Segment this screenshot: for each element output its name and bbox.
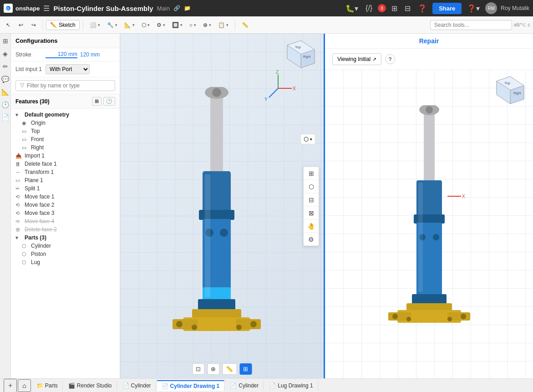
view-tb-btn-3[interactable]: ⊟ xyxy=(304,193,319,206)
zoom-fit-btn[interactable]: ⊡ xyxy=(192,363,204,375)
tree-item-top[interactable]: ▭ Top xyxy=(11,127,120,135)
tab-parts[interactable]: 📁 Parts xyxy=(32,381,63,391)
stroke-input[interactable] xyxy=(46,51,77,58)
view-tb-btn-2[interactable]: ⬡ xyxy=(304,180,319,193)
orient-cube-right[interactable]: Top Right xyxy=(494,74,526,106)
tools3-btn[interactable]: 📐 ▾ xyxy=(121,20,138,30)
apps-btn[interactable]: ⊟ xyxy=(403,3,412,14)
tree-item-piston[interactable]: ⬡ Piston xyxy=(11,250,120,258)
tree-item-moveface2[interactable]: ⟲ Move face 2 xyxy=(11,201,120,209)
undo-btn[interactable]: ↩ xyxy=(15,20,26,30)
tree-label: Delete face 2 xyxy=(25,226,57,233)
debug-btn[interactable]: 🐛▾ xyxy=(344,3,360,14)
feature-action-2[interactable]: 🕐 xyxy=(103,97,115,106)
svg-point-54 xyxy=(176,321,183,327)
tree-item-deleteface2[interactable]: 🗑 Delete face 2 xyxy=(11,225,120,234)
sidebar-icon-sketch[interactable]: ✏ xyxy=(1,62,10,71)
tools9-btn[interactable]: 📋 ▾ xyxy=(215,20,232,30)
zoom-in-btn[interactable]: ⊕ xyxy=(207,363,219,375)
tab-cylinder2[interactable]: 📄 Cylinder xyxy=(225,381,264,391)
tools6-btn[interactable]: 🔲 ▾ xyxy=(169,20,186,30)
tree-item-origin[interactable]: ◉ Origin xyxy=(11,119,120,127)
toolbar: ↖ ↩ ↪ ✏️ Sketch ⬜ ▾ 🔧 ▾ 📐 ▾ ⬡ ▾ ⚙ ▾ 🔲 ▾ … xyxy=(0,16,533,34)
help-circle-btn[interactable]: ❓ xyxy=(416,3,429,14)
orient-cube-left[interactable]: Top Right xyxy=(285,38,317,70)
logo-icon: O xyxy=(4,4,13,13)
sidebar-icon-parts[interactable]: ◈ xyxy=(1,49,10,58)
svg-rect-50 xyxy=(192,309,241,318)
tree-item-moveface1[interactable]: ⟲ Move face 1 xyxy=(11,193,120,201)
tab-cylinder-drawing[interactable]: 📄 Cylinder Drawing 1 xyxy=(157,380,225,391)
view-tb-btn-6[interactable]: ⚙ xyxy=(304,233,319,245)
view-tb-btn-1[interactable]: ⊞ xyxy=(304,167,319,180)
cube-menu-btn[interactable]: ⬡ ▾ xyxy=(300,134,315,144)
tools7-btn[interactable]: ○ ▾ xyxy=(186,20,199,30)
view-tb-btn-4[interactable]: ⊠ xyxy=(304,206,319,219)
collapse-icon: ▾ xyxy=(15,112,23,118)
variable-btn[interactable]: {/} xyxy=(364,3,374,13)
tree-item-moveface4[interactable]: ⟲ Move face 4 xyxy=(11,217,120,225)
sidebar-icon-clock[interactable]: 🕐 xyxy=(1,100,10,109)
svg-rect-49 xyxy=(198,299,235,310)
share-button[interactable]: Share xyxy=(432,3,462,14)
sketch-icon: ✏️ xyxy=(50,22,57,28)
tree-item-plane1[interactable]: ▭ Plane 1 xyxy=(11,176,120,184)
notification-badge[interactable]: 8 xyxy=(378,4,386,12)
view-tb-btn-5[interactable]: 🤚 xyxy=(304,219,319,233)
tree-item-import1[interactable]: 📥 Import 1 xyxy=(11,152,120,160)
redo-btn[interactable]: ↪ xyxy=(28,20,39,30)
folder-icon[interactable]: 📁 xyxy=(184,5,191,11)
tree-item-cylinder[interactable]: ⬡ Cylinder xyxy=(11,242,120,250)
tree-item-lug[interactable]: ⬡ Lug xyxy=(11,258,120,266)
tab-cylinder[interactable]: 📄 Cylinder xyxy=(118,381,156,391)
piston-assembly-right: X xyxy=(384,105,475,369)
feature-action-1[interactable]: ⊞ xyxy=(92,97,102,106)
search-shortcut: alt/⌥ c xyxy=(514,22,530,28)
tree-item-parts[interactable]: ▾ Parts (3) xyxy=(11,234,120,242)
tools2-btn[interactable]: 🔧 ▾ xyxy=(104,20,121,30)
sidebar-icon-tools[interactable]: ⊞ xyxy=(1,36,10,46)
tab-cylinder-icon: 📄 xyxy=(122,382,129,389)
measure-bottom-btn[interactable]: 📏 xyxy=(222,363,237,375)
svg-text:Z: Z xyxy=(276,70,279,75)
sidebar-icon-measure[interactable]: 📐 xyxy=(1,87,10,97)
search-input[interactable] xyxy=(430,20,512,30)
help-icon-btn[interactable]: ? xyxy=(385,54,395,64)
tree-item-deleteface1[interactable]: 🗑 Delete face 1 xyxy=(11,160,120,168)
link-icon[interactable]: 🔗 xyxy=(173,5,180,11)
grid-view-btn[interactable]: ⊞ xyxy=(390,3,399,14)
sketch-btn[interactable]: ✏️ Sketch xyxy=(46,20,80,30)
help-btn[interactable]: ❓▾ xyxy=(465,3,482,14)
tree-item-front[interactable]: ▭ Front xyxy=(11,135,120,143)
list-input-select[interactable]: With PortWithout Port xyxy=(46,64,90,74)
toolbar-cursor-btn[interactable]: ↖ xyxy=(3,20,14,30)
tools5-btn[interactable]: ⚙ ▾ xyxy=(153,20,168,30)
svg-text:O: O xyxy=(6,6,9,10)
tree-item-split1[interactable]: ✂ Split 1 xyxy=(11,184,120,193)
sidebar-icon-comment[interactable]: 💬 xyxy=(1,75,10,84)
app-logo[interactable]: O onshape xyxy=(4,4,40,13)
tree-item-default-geometry[interactable]: ▾ Default geometry xyxy=(11,111,120,119)
tree-item-moveface3[interactable]: ⟲ Move face 3 xyxy=(11,209,120,217)
shapes-btn[interactable]: ⬜ ▾ xyxy=(86,20,103,30)
filter-input[interactable] xyxy=(15,80,115,91)
user-name: Roy Mutalik xyxy=(501,5,529,11)
home-btn[interactable]: ⌂ xyxy=(18,379,30,392)
split-view-btn[interactable]: ⊞ xyxy=(239,363,252,375)
tab-cylinder2-icon: 📄 xyxy=(230,382,237,389)
measure-btn[interactable]: 📏 xyxy=(239,20,252,30)
add-tab-btn[interactable]: + xyxy=(4,379,17,392)
viewing-initial-btn[interactable]: Viewing Initial ↗ xyxy=(332,53,381,65)
left-viewport-area[interactable]: Top Right X Z Y xyxy=(120,34,324,378)
tools4-btn[interactable]: ⬡ ▾ xyxy=(138,20,153,30)
right-viewport[interactable]: Top Right xyxy=(325,70,533,378)
branch-label: Main xyxy=(157,5,170,12)
tree-item-transform1[interactable]: ↔ Transform 1 xyxy=(11,168,120,176)
tree-item-right[interactable]: ▭ Right xyxy=(11,143,120,152)
tab-lug-drawing[interactable]: 📄 Lug Drawing 1 xyxy=(264,381,318,391)
tab-render[interactable]: 🎬 Render Studio xyxy=(64,381,117,391)
avatar[interactable]: RM xyxy=(485,2,497,14)
sidebar-icon-doc[interactable]: 📄 xyxy=(1,113,10,122)
tools8-btn[interactable]: ⊕ ▾ xyxy=(200,20,214,30)
hamburger-icon[interactable]: ☰ xyxy=(43,4,50,13)
